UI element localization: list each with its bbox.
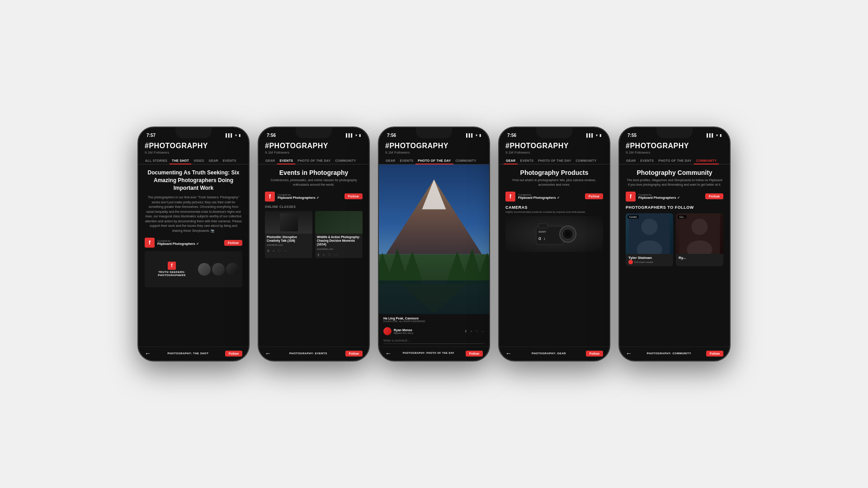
bottom-label-5: PHOTOGRAPHY: COMMUNITY <box>647 352 691 355</box>
tab-the-shot[interactable]: THE SHOT <box>170 157 191 164</box>
tab-gear-3[interactable]: GEAR <box>383 157 397 164</box>
photo-action-icons: ⬆ + ♡ ⋯ <box>464 329 485 333</box>
like-icon-3[interactable]: ♡ <box>475 329 478 333</box>
curator-info-2: f Curated by Flipboard Photographers ✓ <box>265 192 319 202</box>
tab-photo-day-4[interactable]: PHOTO OF THE DAY <box>536 157 573 164</box>
back-icon-3[interactable]: ← <box>385 350 392 357</box>
event-card-1: Photoville: Disruptive Creativity Talk (… <box>265 211 312 258</box>
curator-row-5: f Curated by Flipboard Photographers ✓ F… <box>626 192 723 202</box>
bottom-label-2: PHOTOGRAPHY: EVENTS <box>289 352 327 355</box>
battery-icon-4: ▮ <box>599 133 601 137</box>
online-classes-label: ONLINE CLASSES <box>265 205 363 208</box>
bottom-follow-5[interactable]: Follow <box>706 351 723 357</box>
flipboard-icon-1: f <box>145 238 155 248</box>
tab-gear-5[interactable]: GEAR <box>624 157 638 164</box>
curator-row-1: f Curated by Flipboard Photographers ✓ F… <box>145 238 242 248</box>
event-info-1: Photoville: Disruptive Creativity Talk (… <box>265 234 312 249</box>
cameras-label: CAMERAS <box>505 205 603 210</box>
camera-card: Storyboard <box>505 216 603 252</box>
photo-fill <box>379 164 489 314</box>
nav-tabs-4: GEAR EVENTS PHOTO OF THE DAY COMMUNITY <box>499 157 609 164</box>
add-icon-3[interactable]: + <box>470 329 472 333</box>
like-icon-2[interactable]: ♡ <box>328 253 331 257</box>
comment-placeholder[interactable]: Write a comment... <box>383 339 485 344</box>
tab-events-2[interactable]: EVENTS <box>277 157 295 164</box>
bottom-follow-3[interactable]: Follow <box>466 351 483 357</box>
add-icon-1[interactable]: + <box>273 249 275 253</box>
status-icons-4: ▌▌▌ ▾ ▮ <box>586 133 601 137</box>
event-img-1 <box>265 211 312 234</box>
back-icon-5[interactable]: ← <box>626 350 632 357</box>
curator-text-5: Curated by Flipboard Photographers ✓ <box>638 193 680 200</box>
curator-name-5: Flipboard Photographers ✓ <box>638 196 680 200</box>
status-icons-1: ▌▌▌ ▾ ▮ <box>226 133 241 137</box>
back-icon-1[interactable]: ← <box>145 350 151 357</box>
photographer-silhouette-1 <box>626 213 673 254</box>
photographer-info-2: Ry... <box>676 254 723 262</box>
tab-video[interactable]: VIDEO <box>191 157 206 164</box>
curator-name-1: Flipboard Photographers ✓ <box>157 242 199 246</box>
tab-photo-day-2[interactable]: PHOTO OF THE DAY <box>295 157 333 164</box>
back-icon-4[interactable]: ← <box>505 350 512 357</box>
curator-badge-2: Cur... <box>678 215 687 219</box>
event-title-2: Wildlife & Action Photography: Chasing D… <box>317 235 361 247</box>
bottom-follow-4[interactable]: Follow <box>586 351 603 357</box>
phone-4-screen: 7:56 ▌▌▌ ▾ ▮ #PHOTOGRAPHY 9.1M Followers… <box>499 127 609 361</box>
more-icon-2[interactable]: ⋯ <box>334 253 337 257</box>
more-icon-1[interactable]: ⋯ <box>283 249 287 253</box>
more-icon-3[interactable]: ⋯ <box>481 329 485 333</box>
tab-community-3[interactable]: COMMUNITY <box>453 157 479 164</box>
follow-button-5[interactable]: Follow <box>705 193 723 199</box>
tab-photo-day-5[interactable]: PHOTO OF THE DAY <box>656 157 693 164</box>
phone-2-content: Events in Photography Conferences, photo… <box>259 164 369 347</box>
wifi-icon-3: ▾ <box>476 133 477 137</box>
tab-gear-1[interactable]: GEAR <box>206 157 220 164</box>
tab-events-3[interactable]: EVENTS <box>397 157 415 164</box>
user-avatar-3 <box>383 327 392 335</box>
camera-img: SONY α 1 <box>505 216 603 252</box>
bottom-label-1: PHOTOGRAPHY: THE SHOT <box>167 352 208 355</box>
like-icon-1[interactable]: ♡ <box>278 249 281 253</box>
tab-events-4[interactable]: EVENTS <box>518 157 536 164</box>
bottom-follow-2[interactable]: Follow <box>345 351 363 357</box>
tab-community-4[interactable]: COMMUNITY <box>574 157 599 164</box>
follow-button-1[interactable]: Follow <box>224 240 242 246</box>
back-icon-2[interactable]: ← <box>265 350 271 357</box>
phone-3: 7:56 ▌▌▌ ▾ ▮ #PHOTOGRAPHY 9.1M Followers… <box>378 127 490 361</box>
phone-5: 7:55 ▌▌▌ ▾ ▮ #PHOTOGRAPHY 9.1M Followers… <box>618 127 731 361</box>
status-bar-2: 7:56 ▌▌▌ ▾ ▮ <box>259 127 369 140</box>
tab-community-2[interactable]: COMMUNITY <box>333 157 359 164</box>
event-title-1: Photoville: Disruptive Creativity Talk (… <box>267 235 311 243</box>
curator-info-4: f Curated by Flipboard Photographers ✓ <box>505 192 560 202</box>
bottom-follow-1[interactable]: Follow <box>225 351 242 357</box>
add-icon-2[interactable]: + <box>323 253 325 257</box>
phone-3-screen: 7:56 ▌▌▌ ▾ ▮ #PHOTOGRAPHY 9.1M Followers… <box>379 127 489 361</box>
flipboard-f-2: f <box>269 194 271 199</box>
follow-button-4[interactable]: Follow <box>585 193 603 199</box>
signal-icon-1: ▌▌▌ <box>226 133 233 137</box>
bottom-label-3: PHOTOGRAPHY: PHOTO OF THE DAY <box>403 352 454 355</box>
svg-point-28 <box>692 219 708 235</box>
tab-community-5[interactable]: COMMUNITY <box>694 157 719 164</box>
ts-logo: f TRUTH SEEKERS: PHOTOGRAPHERS <box>148 262 195 278</box>
status-bar-5: 7:55 ▌▌▌ ▾ ▮ <box>619 127 730 140</box>
curator-text-1: Curated by Flipboard Photographers ✓ <box>157 239 199 246</box>
topic-title-4: #PHOTOGRAPHY <box>505 142 603 150</box>
tab-events-5[interactable]: EVENTS <box>638 157 656 164</box>
battery-icon-1: ▮ <box>239 133 241 137</box>
share-icon-3[interactable]: ⬆ <box>464 329 467 333</box>
svg-text:α: α <box>538 236 541 241</box>
tab-events-1[interactable]: EVENTS <box>221 157 239 164</box>
follow-button-2[interactable]: Follow <box>344 193 363 199</box>
tab-gear-2[interactable]: GEAR <box>263 157 277 164</box>
followers-3: 9.1M Followers <box>385 150 483 155</box>
tab-gear-4[interactable]: GEAR <box>504 157 518 164</box>
wifi-icon-1: ▾ <box>235 133 237 137</box>
user-name-3: Ryan Mense <box>394 328 413 332</box>
tab-photo-day-3[interactable]: PHOTO OF THE DAY <box>415 157 453 164</box>
cameras-sublabel: Highly recommended products curated by e… <box>505 211 603 213</box>
share-icon-1[interactable]: ⬆ <box>267 249 270 253</box>
share-icon-2[interactable]: ⬆ <box>317 253 320 257</box>
tab-all-stories[interactable]: ALL STORIES <box>143 157 170 164</box>
flipboard-f-4: f <box>509 194 511 199</box>
